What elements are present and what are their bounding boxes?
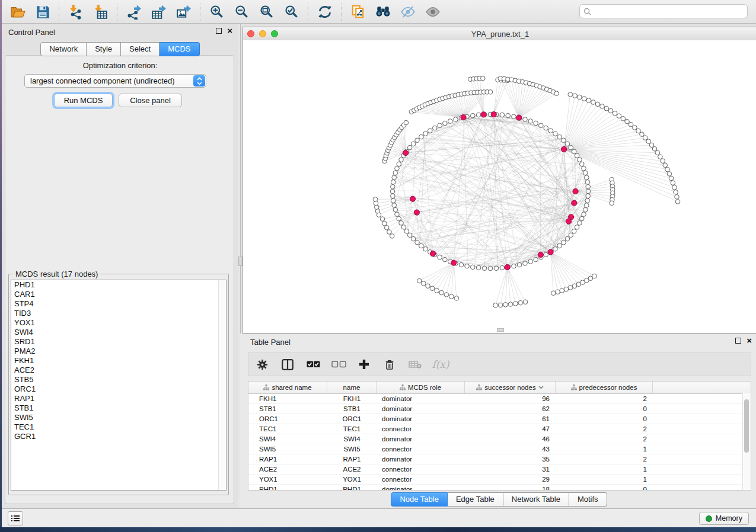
mcds-result-item[interactable]: RAP1 (11, 394, 226, 403)
cell-predecessor-nodes[interactable]: 1 (556, 444, 653, 454)
mcds-result-item[interactable]: GCR1 (11, 432, 226, 441)
table-settings-button[interactable] (254, 357, 270, 372)
mcds-result-item[interactable]: SWI4 (11, 328, 226, 337)
mcds-list-scrollbar[interactable] (218, 280, 226, 490)
cell-MCDS-role[interactable]: dominator (377, 485, 465, 491)
mcds-result-item[interactable]: ORC1 (11, 384, 226, 394)
tab-motifs[interactable]: Motifs (569, 492, 607, 507)
toolbar-zoom-fit-button[interactable] (257, 2, 277, 21)
column-header-successor-nodes[interactable]: successor nodes (465, 382, 556, 393)
toolbar-open-session-button[interactable] (8, 2, 28, 21)
cell-predecessor-nodes[interactable]: 2 (556, 394, 653, 403)
mcds-result-item[interactable]: PMA2 (11, 347, 226, 356)
criterion-select[interactable]: largest connected component (undirected) (24, 74, 206, 88)
toolbar-import-table-button[interactable] (91, 2, 111, 21)
toolbar-find-button[interactable] (373, 2, 393, 21)
cell-name[interactable]: FKH1 (327, 394, 377, 403)
toolbar-save-session-button[interactable] (33, 2, 53, 21)
mcds-result-item[interactable]: SWI5 (11, 413, 226, 422)
cell-MCDS-role[interactable]: connector (377, 475, 465, 484)
table-row[interactable]: FKH1FKH1dominator962 (248, 394, 751, 404)
cell-name[interactable]: TEC1 (327, 424, 377, 434)
cell-name[interactable]: ORC1 (327, 414, 377, 424)
mcds-result-item[interactable]: ACE2 (11, 366, 226, 375)
cell-name[interactable]: RAP1 (327, 454, 377, 464)
table-select-all-button[interactable] (305, 357, 321, 372)
table-split-view-button[interactable] (280, 357, 295, 372)
mcds-result-item[interactable]: TEC1 (11, 422, 226, 432)
cell-shared-name[interactable]: ACE2 (248, 464, 327, 474)
cell-MCDS-role[interactable]: connector (377, 444, 465, 454)
toolbar-zoom-selected-button[interactable] (282, 2, 302, 21)
table-row[interactable]: PHD1PHD1dominator180 (248, 485, 751, 491)
cell-predecessor-nodes[interactable]: 0 (556, 485, 653, 491)
cell-name[interactable]: SWI4 (327, 434, 377, 444)
memory-button[interactable]: Memory (699, 512, 749, 525)
cell-MCDS-role[interactable]: dominator (377, 414, 465, 424)
table-row[interactable]: ORC1ORC1dominator610 (248, 414, 751, 424)
mcds-result-item[interactable]: YOX1 (11, 318, 226, 328)
column-header-predecessor-nodes[interactable]: predecessor nodes (556, 382, 653, 393)
cell-name[interactable]: ACE2 (327, 464, 377, 474)
cell-successor-nodes[interactable]: 43 (465, 444, 556, 454)
cell-successor-nodes[interactable]: 35 (465, 454, 556, 464)
cell-predecessor-nodes[interactable]: 0 (556, 404, 653, 414)
table-scrollbar[interactable] (742, 393, 751, 490)
cell-predecessor-nodes[interactable]: 2 (556, 434, 653, 444)
table-delete-row-button[interactable] (382, 357, 397, 372)
network-scroll-grabber[interactable] (497, 328, 504, 332)
cell-successor-nodes[interactable]: 18 (465, 485, 556, 491)
cell-shared-name[interactable]: TEC1 (248, 424, 327, 434)
cell-name[interactable]: STB1 (327, 404, 377, 414)
mcds-result-item[interactable]: CAR1 (11, 290, 226, 299)
cell-successor-nodes[interactable]: 62 (465, 404, 556, 414)
cell-predecessor-nodes[interactable]: 1 (556, 464, 653, 474)
table-row[interactable]: ACE2ACE2connector311 (248, 464, 751, 475)
cell-MCDS-role[interactable]: dominator (377, 394, 465, 403)
cell-successor-nodes[interactable]: 47 (465, 424, 556, 434)
search-input[interactable] (594, 7, 744, 16)
table-row[interactable]: SWI5SWI5connector431 (248, 444, 751, 454)
network-window-titlebar[interactable]: YPA_prune.txt_1 (243, 27, 756, 41)
tab-node-table[interactable]: Node Table (391, 492, 448, 507)
cell-shared-name[interactable]: PHD1 (248, 485, 327, 491)
network-canvas[interactable] (243, 40, 756, 333)
cell-successor-nodes[interactable]: 31 (465, 464, 556, 474)
mcds-result-item[interactable]: FKH1 (11, 356, 226, 366)
table-add-row-button[interactable] (356, 357, 372, 372)
mcds-result-item[interactable]: TID3 (11, 309, 226, 318)
close-panel-button[interactable]: Close panel (119, 94, 182, 107)
network-graph[interactable] (243, 40, 756, 333)
cell-name[interactable]: PHD1 (327, 485, 377, 491)
toolbar-clone-network-button[interactable] (348, 2, 368, 21)
cell-name[interactable]: YOX1 (327, 475, 377, 484)
close-panel-icon[interactable]: × (227, 28, 232, 34)
mcds-result-item[interactable]: STP4 (11, 299, 226, 309)
float-panel-icon[interactable] (216, 28, 222, 34)
mcds-result-item[interactable]: STB1 (11, 403, 226, 413)
cell-shared-name[interactable]: STB1 (248, 404, 327, 414)
tab-style[interactable]: Style (87, 42, 121, 56)
toolbar-zoom-in-button[interactable] (207, 2, 227, 21)
table-row[interactable]: TEC1TEC1connector472 (248, 424, 751, 434)
float-table-panel-icon[interactable] (735, 338, 741, 344)
cell-MCDS-role[interactable]: dominator (377, 404, 465, 414)
toolbar-import-network-button[interactable] (66, 2, 86, 21)
toolbar-zoom-out-button[interactable] (232, 2, 252, 21)
cell-MCDS-role[interactable]: connector (377, 424, 465, 434)
close-table-panel-icon[interactable]: × (747, 338, 752, 344)
table-scrollbar-thumb[interactable] (744, 399, 749, 453)
cell-shared-name[interactable]: FKH1 (248, 394, 327, 403)
cell-successor-nodes[interactable]: 96 (465, 394, 556, 403)
cell-shared-name[interactable]: ORC1 (248, 414, 327, 424)
column-header-name[interactable]: name (327, 382, 377, 393)
table-row[interactable]: YOX1YOX1connector291 (248, 475, 751, 485)
cell-MCDS-role[interactable]: dominator (377, 454, 465, 464)
cell-MCDS-role[interactable]: dominator (377, 434, 465, 444)
cell-shared-name[interactable]: SWI5 (248, 444, 327, 454)
task-history-button[interactable] (8, 511, 23, 525)
cell-successor-nodes[interactable]: 46 (465, 434, 556, 444)
table-row[interactable]: SWI4SWI4dominator462 (248, 434, 751, 444)
mcds-result-item[interactable]: SRD1 (11, 337, 226, 347)
cell-successor-nodes[interactable]: 61 (465, 414, 556, 424)
